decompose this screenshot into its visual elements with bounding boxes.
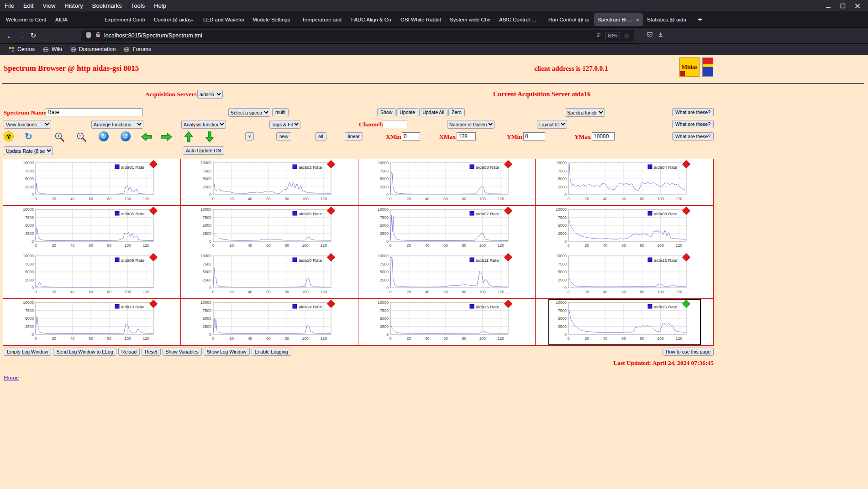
move-up-icon[interactable]: [184, 131, 194, 145]
zoom-level-badge[interactable]: 80%: [605, 32, 620, 39]
view-functions-dropdown[interactable]: View functions: [4, 120, 51, 129]
how-to-use-button[interactable]: How to use this page: [663, 348, 714, 356]
tab-spectrum-brow[interactable]: Spectrum Brow×: [594, 13, 643, 26]
what-are-these-button-3[interactable]: What are these?: [672, 132, 714, 140]
tab-led-and-wavefor[interactable]: LED and Wavefor: [200, 13, 248, 26]
menu-file[interactable]: File: [0, 2, 19, 9]
menu-bookmarks[interactable]: Bookmarks: [88, 2, 126, 9]
tab-run-control-ai[interactable]: Run Control @ ai: [545, 13, 594, 26]
back-icon[interactable]: ←: [4, 30, 16, 42]
xmax-input[interactable]: [457, 132, 476, 140]
downloads-icon[interactable]: [658, 31, 664, 40]
show-variables-button[interactable]: Show Variables: [163, 348, 202, 356]
tab-system-wide-che[interactable]: System wide Che: [446, 13, 495, 26]
what-are-these-button-1[interactable]: What are these?: [672, 108, 714, 116]
select-spectrum-dropdown[interactable]: Select a spectrum: [228, 108, 270, 117]
forward-icon[interactable]: →: [16, 30, 27, 42]
bookmark-documentation[interactable]: Documentation: [66, 46, 120, 52]
enable-logging-button[interactable]: Enable Logging: [252, 348, 291, 356]
all-button[interactable]: all: [315, 132, 326, 140]
show-log-window-button[interactable]: Show Log Window: [204, 348, 250, 356]
spectra-functions-dropdown[interactable]: Spectra functions: [565, 108, 605, 117]
rotate-back-icon[interactable]: ↺: [121, 131, 131, 141]
menu-view[interactable]: View: [38, 2, 60, 9]
send-log-window-to-elog-button[interactable]: Send Log Window to ELog: [53, 348, 116, 356]
tab-aida[interactable]: AIDA: [52, 13, 100, 26]
menu-edit[interactable]: Edit: [19, 2, 38, 9]
move-down-icon[interactable]: [205, 131, 215, 145]
gallery-cell-aida16-rate[interactable]: 025005000750010000020406080100120aida16 …: [536, 299, 713, 345]
layout-id-dropdown[interactable]: Layout ID=1: [537, 120, 567, 129]
menu-help[interactable]: Help: [149, 2, 171, 9]
zoom-out-icon[interactable]: [76, 131, 87, 144]
move-right-icon[interactable]: [161, 132, 173, 144]
tab-fadc-align-co[interactable]: FADC Align & Co: [347, 13, 396, 26]
update-button[interactable]: Update: [396, 108, 418, 116]
number-of-galleries-dropdown[interactable]: Number of Galleries: [447, 120, 494, 129]
bookmark-forums[interactable]: Forums: [120, 46, 155, 52]
menu-tools[interactable]: Tools: [126, 2, 149, 9]
minimize-icon[interactable]: [825, 3, 831, 9]
analysis-functions-dropdown[interactable]: Analysis functions: [181, 120, 226, 129]
new-button[interactable]: new: [276, 132, 291, 140]
update-all-button[interactable]: Update All: [419, 108, 447, 116]
gallery-cell-aida14-rate[interactable]: 025005000750010000020406080100120aida14 …: [181, 299, 358, 345]
rotate-forward-icon[interactable]: ↻: [99, 131, 109, 141]
insecure-lock-icon[interactable]: [95, 32, 100, 39]
empty-log-window-button[interactable]: Empty Log Window: [4, 348, 51, 356]
sync-icon[interactable]: ↻: [25, 131, 32, 141]
new-tab-button[interactable]: +: [694, 14, 706, 26]
auto-update-button[interactable]: Auto Update ON: [183, 146, 224, 155]
gallery-cell-aida12-rate[interactable]: 025005000750010000020406080100120aida12 …: [536, 252, 713, 299]
spectrum-name-input[interactable]: [46, 108, 142, 116]
reload-icon[interactable]: ↻: [27, 30, 39, 42]
gallery-cell-aida06-rate[interactable]: 025005000750010000020406080100120aida06 …: [181, 206, 358, 252]
move-left-icon[interactable]: [141, 132, 153, 144]
tab-module-settings[interactable]: Module Settings: [249, 13, 298, 26]
update-rate-dropdown[interactable]: Update Rate (8 secs): [4, 146, 53, 155]
tab-temperature-and[interactable]: Temperature and: [298, 13, 347, 26]
tab-statistics-aida[interactable]: Statistics @ aida: [643, 13, 692, 26]
xmin-input[interactable]: [402, 132, 420, 140]
gallery-cell-aida02-rate[interactable]: 025005000750010000020406080100120aida02 …: [181, 159, 358, 206]
gallery-cell-aida10-rate[interactable]: 025005000750010000020406080100120aida10 …: [181, 252, 358, 299]
reload-button[interactable]: Reload: [118, 348, 140, 356]
gallery-cell-aida13-rate[interactable]: 025005000750010000020406080100120aida13 …: [3, 299, 181, 345]
tags-fits-dropdown[interactable]: Tags & Fits: [269, 120, 300, 129]
tab-asic-control-a[interactable]: ASIC Control @ a: [495, 13, 544, 26]
url-bar[interactable]: localhost:8015/Spectrum/Spectrum.tml 80%…: [81, 30, 634, 42]
pocket-icon[interactable]: [647, 31, 653, 40]
zoom-in-icon[interactable]: [54, 131, 65, 144]
bookmark-centos[interactable]: Centos: [5, 46, 39, 52]
home-link[interactable]: Home: [4, 374, 19, 381]
gallery-cell-aida01-rate[interactable]: 025005000750010000020406080100120aida01 …: [3, 159, 181, 206]
what-are-these-button-2[interactable]: What are these?: [672, 120, 714, 128]
linear-button[interactable]: linear: [345, 132, 363, 140]
maximize-icon[interactable]: [840, 3, 846, 9]
zero-button[interactable]: Zero: [448, 108, 465, 116]
acquisition-server-select[interactable]: aida16: [197, 90, 223, 99]
multi-button[interactable]: multi: [272, 108, 289, 116]
gallery-cell-aida11-rate[interactable]: 025005000750010000020406080100120aida11 …: [358, 252, 536, 299]
close-icon[interactable]: [854, 3, 861, 9]
channel-input[interactable]: [383, 120, 407, 128]
tab-control-aidas[interactable]: Control @ aidas-: [150, 13, 199, 26]
shield-icon[interactable]: [85, 31, 92, 40]
gallery-cell-aida04-rate[interactable]: 025005000750010000020406080100120aida04 …: [536, 159, 713, 206]
reader-view-icon[interactable]: [596, 32, 601, 39]
reset-button[interactable]: Reset: [142, 348, 160, 356]
arrange-functions-dropdown[interactable]: Arrange functions: [91, 120, 143, 129]
tab-close-icon[interactable]: ×: [636, 16, 639, 23]
x-button[interactable]: x: [245, 132, 254, 140]
tab-welcome-to-cent[interactable]: Welcome to Cent: [2, 13, 51, 26]
url-text[interactable]: localhost:8015/Spectrum/Spectrum.tml: [104, 32, 592, 39]
gallery-cell-aida03-rate[interactable]: 025005000750010000020406080100120aida03 …: [358, 159, 536, 206]
radioactive-icon[interactable]: ☢: [4, 131, 14, 141]
bookmark-star-icon[interactable]: ☆: [624, 32, 630, 39]
ymax-input[interactable]: [592, 132, 615, 140]
tab-experiment-contr[interactable]: Experiment Contr: [101, 13, 150, 26]
gallery-cell-aida08-rate[interactable]: 025005000750010000020406080100120aida08 …: [536, 206, 713, 252]
gallery-cell-aida15-rate[interactable]: 025005000750010000020406080100120aida15 …: [358, 299, 536, 345]
tab-gsi-white-rabbit[interactable]: GSI White Rabbit: [397, 13, 446, 26]
ymin-input[interactable]: [523, 132, 545, 140]
